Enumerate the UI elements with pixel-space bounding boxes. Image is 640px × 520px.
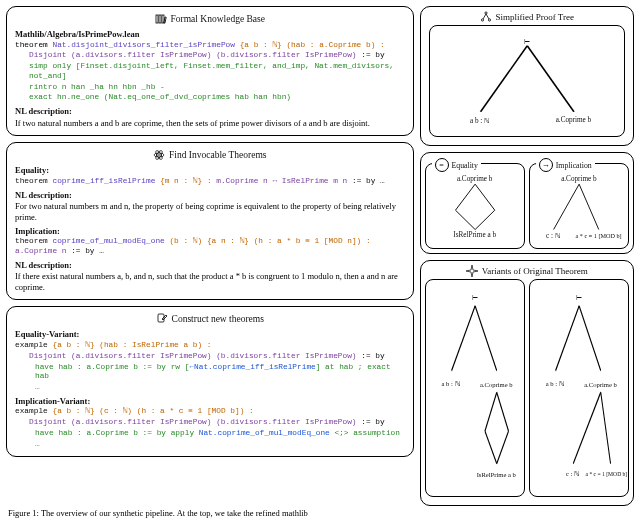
imp-thm: theorem coprime_of_mul_modEq_one (b : ℕ)…: [15, 237, 405, 256]
imp-head: Implication:: [15, 226, 405, 237]
panel-variants: Variants of Original Theorem ⊢ a b : ℕ a…: [420, 260, 634, 506]
theorem-body-3: exact hn.ne_one (Nat.eq_one_of_dvd_copri…: [15, 93, 405, 103]
panel-construct: Construct new theorems Equality-Variant:…: [6, 306, 414, 457]
panel-construct-title: Construct new theorems: [15, 313, 405, 325]
svg-rect-0: [156, 15, 158, 23]
imp-subtree: → Implication a.Coprime b c : ℕ a * c ≡ …: [529, 163, 629, 249]
variant-left: ⊢ a b : ℕ a.Coprime b IsRelPrime a b: [425, 279, 525, 497]
svg-line-26: [496, 392, 508, 431]
edit-doc-icon: [156, 313, 168, 325]
svg-line-21: [579, 184, 599, 229]
simplified-title: Simplified Proof Tree: [425, 11, 629, 23]
svg-line-16: [455, 184, 475, 210]
panel-title-text: Find Invocable Theorems: [169, 150, 266, 160]
svg-line-31: [601, 392, 611, 463]
eqv-head: Equality-Variant:: [15, 329, 405, 340]
panel-find-invocable-title: Find Invocable Theorems: [15, 149, 405, 161]
svg-point-7: [158, 154, 160, 156]
eq-thm: theorem coprime_iff_isRelPrime {m n : ℕ}…: [15, 177, 405, 187]
panel-find-invocable: Find Invocable Theorems Equality: theore…: [6, 142, 414, 300]
panel-title-text: Variants of Original Theorem: [482, 266, 588, 276]
panel-title-text: Construct new theorems: [172, 314, 264, 324]
simplified-tree: ⊢ a b : ℕ a.Coprime b: [429, 25, 625, 137]
atom-icon: [153, 149, 165, 161]
svg-line-25: [484, 431, 496, 463]
imp-nl-text: If there exist natural numbers a, b, and…: [15, 271, 405, 292]
eq-nl-text: For two natural numbers m and n, the pro…: [15, 201, 405, 222]
eq-subtree: = Equality a.Coprime b IsRelPrime a b: [425, 163, 525, 249]
svg-line-28: [555, 306, 579, 371]
right-column: Simplified Proof Tree ⊢ a b : ℕ a.Coprim…: [420, 6, 634, 506]
impv-dots: …: [15, 440, 405, 450]
nl-text: If two natural numbers a and b are copri…: [15, 118, 405, 129]
tree-icon: [480, 11, 492, 23]
svg-line-22: [451, 306, 475, 371]
impv-head: Implication-Variant:: [15, 396, 405, 407]
theorem-body-2: rintro n han _ha hn hbn _hb -: [15, 83, 405, 93]
svg-line-19: [475, 210, 495, 229]
svg-line-18: [475, 184, 495, 210]
impv-body1: have hab : a.Coprime b := by apply Nat.c…: [15, 429, 405, 439]
svg-line-23: [475, 306, 497, 371]
panel-title-text: Formal Knowledge Base: [171, 14, 265, 24]
svg-point-9: [484, 12, 486, 14]
panel-simplified-tree: Simplified Proof Tree ⊢ a b : ℕ a.Coprim…: [420, 6, 634, 146]
eq-nl-head: NL description:: [15, 190, 405, 201]
panel-eq-imp: = Equality a.Coprime b IsRelPrime a b →: [420, 152, 634, 254]
imp-nl-head: NL description:: [15, 260, 405, 271]
svg-line-20: [553, 184, 579, 229]
svg-line-27: [496, 431, 508, 463]
nl-head: NL description:: [15, 106, 405, 117]
svg-line-15: [527, 46, 574, 112]
svg-point-11: [488, 19, 490, 21]
svg-line-13: [486, 14, 489, 19]
eqv-type: Disjoint (a.divisors.filter IsPrimePow) …: [15, 352, 405, 362]
library-icon: [155, 13, 167, 25]
panel-title-text: Simplified Proof Tree: [496, 12, 575, 22]
eqv-body1: have hab : a.Coprime b := by rw [←Nat.co…: [15, 363, 405, 382]
svg-line-29: [579, 306, 601, 371]
sparkle-icon: [466, 265, 478, 277]
svg-line-12: [483, 14, 486, 19]
svg-line-24: [484, 392, 496, 431]
figure-caption: Figure 1: The overview of our synthetic …: [8, 508, 632, 518]
impv-type: Disjoint (a.divisors.filter IsPrimePow) …: [15, 418, 405, 428]
panel-formal-kb-title: Formal Knowledge Base: [15, 13, 405, 25]
svg-point-10: [481, 19, 483, 21]
impv-line: example {a b : ℕ} (c : ℕ) (h : a * c ≡ 1…: [15, 407, 405, 417]
theorem-line: theorem Nat.disjoint_divisors_filter_isP…: [15, 41, 405, 51]
left-column: Formal Knowledge Base Mathlib/Algebra/Is…: [6, 6, 414, 506]
eqv-dots: …: [15, 383, 405, 393]
eqv-line: example {a b : ℕ} (hab : IsRelPrime a b)…: [15, 341, 405, 351]
theorem-type: Disjoint (a.divisors.filter IsPrimePow) …: [15, 51, 405, 61]
svg-line-17: [455, 210, 475, 229]
variant-right: ⊢ a b : ℕ a.Coprime b c : ℕ a * c ≡ 1 [M…: [529, 279, 629, 497]
svg-rect-1: [159, 15, 161, 23]
panel-formal-kb: Formal Knowledge Base Mathlib/Algebra/Is…: [6, 6, 414, 136]
eq-head: Equality:: [15, 165, 405, 176]
svg-line-14: [480, 46, 527, 112]
theorem-body-1: simp only [Finset.disjoint_left, Finset.…: [15, 62, 405, 81]
file-path: Mathlib/Algebra/IsPrimePow.lean: [15, 29, 405, 40]
variants-title: Variants of Original Theorem: [425, 265, 629, 277]
svg-line-30: [573, 392, 601, 463]
